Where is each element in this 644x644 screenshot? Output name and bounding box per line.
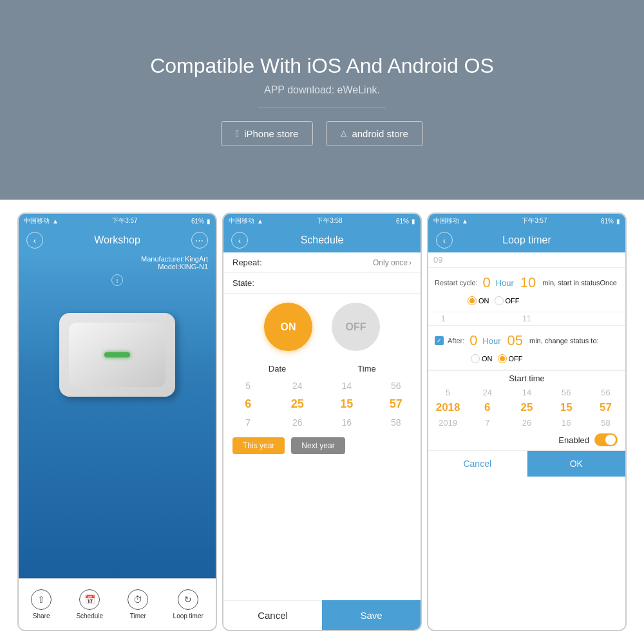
- lp-val-sel: 15: [547, 399, 586, 416]
- hour-label: Hour: [496, 278, 514, 288]
- after-checkbox[interactable]: ✓: [435, 336, 444, 345]
- cancel-button-3[interactable]: Cancel: [428, 451, 527, 477]
- battery-icon-3: ▮: [616, 218, 620, 225]
- back-button-1[interactable]: ‹: [26, 232, 43, 249]
- picker-val-selected: 57: [372, 394, 421, 414]
- picker-val: 7: [223, 414, 273, 431]
- after-hour-label: Hour: [482, 336, 500, 346]
- picker-val: 14: [322, 377, 372, 394]
- loop-icon: ↻: [178, 589, 198, 610]
- android-store-button[interactable]: △ android store: [326, 121, 423, 146]
- iphone-store-button[interactable]:  iPhone store: [221, 121, 313, 146]
- phone-loop-timer: 中国移动 ▲ 下午3:57 61% ▮ ‹ Loop timer 09 R: [427, 213, 627, 631]
- schedule-actions: Cancel Save: [223, 600, 421, 630]
- off-state-button[interactable]: OFF: [332, 303, 380, 351]
- nav-bar-3: ‹ Loop timer: [428, 228, 625, 252]
- carrier-3: 中国移动: [433, 216, 459, 225]
- more-button-1[interactable]: ⋯: [191, 232, 208, 249]
- loop-timer-actions: Cancel OK: [428, 450, 625, 477]
- battery-icon-2: ▮: [412, 218, 415, 225]
- timer-icon: ⏱: [128, 589, 148, 610]
- on-radio-1[interactable]: ON: [468, 296, 489, 305]
- lp-val: 56: [586, 386, 625, 399]
- picker-col-time2: 56 57 58: [372, 377, 421, 431]
- date-time-picker[interactable]: 5 6 7 24 25 26 14 15 16 56 57 58: [223, 377, 421, 431]
- after-hour-val: 0: [468, 332, 478, 349]
- lp-val: 24: [468, 386, 507, 399]
- wifi-icon-1: ▲: [52, 218, 59, 225]
- phone-schedule: 中国移动 ▲ 下午3:58 61% ▮ ‹ Schedule Repeat: O…: [222, 213, 422, 631]
- picker-val: 26: [273, 414, 323, 431]
- lp-val-sel: 2018: [428, 399, 468, 416]
- enabled-label: Enabled: [558, 435, 589, 445]
- wifi-icon-3: ▲: [462, 218, 468, 225]
- mid-pick-1: 1: [433, 314, 453, 323]
- picker-val-selected: 6: [223, 394, 273, 414]
- year-buttons: This year Next year: [223, 431, 421, 460]
- off-radio-circle: [495, 296, 504, 305]
- phone-workshop: 中国移动 ▲ 下午3:57 61% ▮ ‹ Workshop ⋯ Manufac…: [17, 213, 217, 631]
- save-button-2[interactable]: Save: [322, 600, 421, 630]
- after-radio-group: ON OFF: [471, 354, 523, 363]
- top-subtitle: APP download: eWeLink.: [264, 84, 380, 96]
- picker-col-date2: 24 25 26: [273, 377, 323, 431]
- after-section: ✓ After: 0 Hour 05 min, change status to…: [428, 326, 625, 370]
- battery-icon-1: ▮: [207, 218, 211, 225]
- lp-val: 14: [507, 386, 546, 399]
- time-3: 下午3:57: [522, 216, 547, 225]
- this-year-button[interactable]: This year: [232, 437, 285, 454]
- start-picker-day: 14 25 26: [507, 386, 546, 430]
- wifi-icon-2: ▲: [257, 218, 263, 225]
- off-radio-2[interactable]: OFF: [498, 354, 523, 363]
- start-picker-month: 24 6 7: [468, 386, 507, 430]
- start-time-picker[interactable]: 5 2018 2019 24 6 7 14 25 26 56 15 16: [428, 386, 625, 430]
- enabled-toggle[interactable]: [594, 433, 618, 446]
- top-title: Compatible With iOS And Android OS: [150, 54, 494, 78]
- switch-device[interactable]: [59, 313, 175, 397]
- after-row: ✓ After: 0 Hour 05 min, change status to…: [435, 330, 619, 352]
- repeat-row: Repeat: Only once ›: [223, 252, 421, 273]
- status-bar-3: 中国移动 ▲ 下午3:57 61% ▮: [428, 214, 625, 228]
- nav-title-2: Schedule: [301, 234, 344, 246]
- picker-val: 5: [223, 377, 273, 394]
- start-time-label: Start time: [428, 370, 625, 386]
- restart-cycle-row: Restart cycle: 0 Hour 10 min, start in s…: [435, 272, 619, 294]
- repeat-value: Only once ›: [373, 258, 412, 267]
- back-button-2[interactable]: ‹: [231, 232, 248, 249]
- lp-val-sel: 25: [507, 399, 546, 416]
- lp-val: 56: [547, 386, 586, 399]
- carrier-1: 中国移动: [24, 216, 50, 225]
- back-button-3[interactable]: ‹: [436, 232, 453, 249]
- loop-timer-button[interactable]: ↻ Loop timer: [173, 589, 204, 620]
- status-bar-1: 中国移动 ▲ 下午3:57 61% ▮: [19, 214, 216, 228]
- info-circle-icon[interactable]: i: [111, 274, 123, 286]
- next-year-button[interactable]: Next year: [291, 437, 345, 454]
- state-label: State:: [232, 278, 254, 288]
- picker-val: 58: [372, 414, 421, 431]
- on-radio-2[interactable]: ON: [471, 354, 493, 363]
- share-button[interactable]: ⇧ Share: [31, 589, 52, 620]
- battery-1: 61%: [191, 218, 204, 225]
- lp-val: 7: [468, 416, 507, 430]
- ok-button-3[interactable]: OK: [527, 451, 626, 477]
- share-label: Share: [33, 612, 50, 620]
- on-state-button[interactable]: ON: [264, 303, 312, 351]
- restart-radio-row: ON OFF: [435, 294, 619, 308]
- switch-led: [104, 352, 130, 357]
- time-2: 下午3:58: [317, 216, 342, 225]
- lp-val-sel: 57: [586, 399, 625, 416]
- off-radio-1[interactable]: OFF: [495, 296, 520, 305]
- manufacturer-info: Manufacturer:KingArt Model:KING-N1: [19, 252, 216, 273]
- schedule-button[interactable]: 📅 Schedule: [76, 589, 103, 620]
- chevron-right-icon: ›: [409, 258, 412, 267]
- switch-inner: [69, 323, 166, 387]
- timer-button[interactable]: ⏱ Timer: [128, 589, 148, 620]
- workshop-content: Manufacturer:KingArt Model:KING-N1 i: [19, 252, 216, 578]
- picker-val-selected: 15: [322, 394, 372, 414]
- picker-val-selected: 25: [273, 394, 323, 414]
- cancel-button-2[interactable]: Cancel: [223, 600, 322, 630]
- date-time-header: Date Time: [223, 360, 421, 377]
- loop-label: Loop timer: [173, 612, 204, 620]
- android-store-label: android store: [352, 128, 408, 139]
- toggle-knob: [605, 435, 616, 445]
